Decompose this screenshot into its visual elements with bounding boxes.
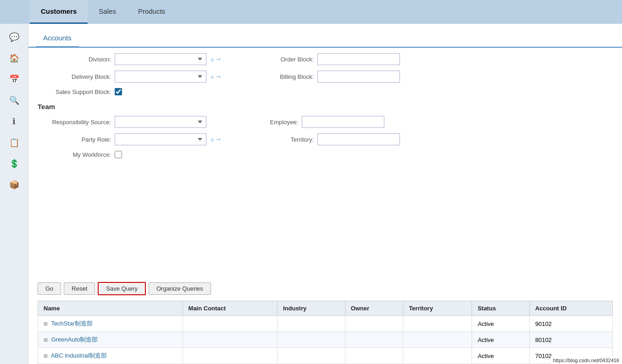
save-query-button[interactable]: Save Query bbox=[98, 282, 146, 295]
dollar-icon[interactable]: 💲 bbox=[6, 155, 23, 172]
cell-territory bbox=[403, 332, 472, 348]
sidebar: 💬 🏠 📅 🔍 ℹ 📋 💲 📦 bbox=[0, 24, 28, 364]
employee-label: Employee: bbox=[225, 119, 298, 126]
go-button[interactable]: Go bbox=[38, 282, 61, 295]
division-label: Division: bbox=[38, 56, 111, 63]
top-navigation: Customers Sales Products bbox=[0, 0, 622, 24]
delivery-block-field: Delivery Block: ⬦→ bbox=[38, 71, 222, 83]
territory-input[interactable] bbox=[317, 133, 400, 145]
row-icon: ⊞ bbox=[44, 353, 48, 358]
cell-main-contact bbox=[183, 348, 277, 364]
status-url: https://blog.csdn.net/0432416 bbox=[553, 358, 619, 363]
territory-label: Territory: bbox=[240, 136, 314, 143]
table-row: ⊞ ABC Industrial制造部 Active 70102 bbox=[38, 348, 613, 364]
delivery-block-select[interactable] bbox=[115, 71, 206, 83]
cell-name[interactable]: ⊞ TechStar制造部 bbox=[38, 316, 183, 332]
chat-icon[interactable]: 💬 bbox=[6, 28, 23, 46]
party-role-nav-icon[interactable]: ⬦→ bbox=[210, 135, 222, 143]
cell-industry bbox=[277, 332, 345, 348]
cell-owner bbox=[345, 348, 403, 364]
tab-accounts[interactable]: Accounts bbox=[36, 29, 79, 48]
col-name: Name bbox=[38, 301, 183, 316]
nav-products[interactable]: Products bbox=[127, 0, 176, 24]
territory-field: Territory: bbox=[240, 133, 400, 145]
cell-territory bbox=[403, 348, 472, 364]
responsibility-source-label: Responsibility Source: bbox=[38, 119, 111, 126]
division-field: Division: ⬦→ bbox=[38, 53, 222, 65]
file-icon[interactable]: 📋 bbox=[6, 134, 23, 151]
table-row: ⊞ GreenAuto制造部 Active 80102 bbox=[38, 332, 613, 348]
sales-support-checkbox[interactable] bbox=[115, 88, 122, 95]
responsibility-source-field: Responsibility Source: bbox=[38, 116, 206, 128]
division-nav-icon[interactable]: ⬦→ bbox=[210, 55, 222, 63]
organize-queries-button[interactable]: Organize Queries bbox=[149, 282, 211, 295]
nav-customers[interactable]: Customers bbox=[30, 0, 88, 24]
account-link[interactable]: ABC Industrial制造部 bbox=[51, 352, 107, 359]
order-block-input[interactable] bbox=[317, 53, 400, 65]
sales-support-row: Sales Support Block: bbox=[38, 88, 613, 95]
cell-industry bbox=[277, 348, 345, 364]
cell-owner bbox=[345, 316, 403, 332]
cell-main-contact bbox=[183, 316, 277, 332]
buttons-area: Go Reset Save Query Organize Queries bbox=[28, 276, 622, 301]
billing-block-label: Billing Block: bbox=[240, 73, 314, 80]
status-bar: https://blog.csdn.net/0432416 bbox=[550, 357, 622, 364]
delivery-block-label: Delivery Block: bbox=[38, 73, 111, 80]
col-territory: Territory bbox=[403, 301, 472, 316]
cell-name[interactable]: ⊞ ABC Industrial制造部 bbox=[38, 348, 183, 364]
cell-industry bbox=[277, 316, 345, 332]
row-icon: ⊞ bbox=[44, 337, 48, 342]
my-workforce-row: My Workforce: bbox=[38, 151, 613, 158]
order-block-field: Order Block: bbox=[240, 53, 400, 65]
delivery-nav-icon[interactable]: ⬦→ bbox=[210, 72, 222, 81]
table-header-row: Name Main Contact Industry Owner Territo… bbox=[38, 301, 613, 316]
cell-account-id: 90102 bbox=[529, 316, 612, 332]
party-role-select[interactable] bbox=[115, 133, 206, 145]
results-table: Name Main Contact Industry Owner Territo… bbox=[38, 301, 613, 364]
party-territory-row: Party Role: ⬦→ Territory: bbox=[38, 133, 613, 145]
row-icon: ⊞ bbox=[44, 321, 48, 326]
home-icon[interactable]: 🏠 bbox=[6, 50, 23, 67]
table-row: ⊞ TechStar制造部 Active 90102 bbox=[38, 316, 613, 332]
main-layout: 💬 🏠 📅 🔍 ℹ 📋 💲 📦 Accounts Division: ⬦→ O bbox=[0, 24, 622, 364]
cell-status: Active bbox=[472, 348, 529, 364]
cell-account-id: 80102 bbox=[529, 332, 612, 348]
col-account-id: Account ID bbox=[529, 301, 612, 316]
team-section-title: Team bbox=[38, 103, 613, 110]
form-section: Division: ⬦→ Order Block: Delivery Block… bbox=[28, 48, 622, 276]
sub-tabs: Accounts bbox=[28, 24, 622, 48]
nav-sales[interactable]: Sales bbox=[88, 0, 127, 24]
my-workforce-checkbox[interactable] bbox=[115, 151, 122, 158]
division-select[interactable] bbox=[115, 53, 206, 65]
col-owner: Owner bbox=[345, 301, 403, 316]
cell-status: Active bbox=[472, 332, 529, 348]
responsibility-employee-row: Responsibility Source: Employee: bbox=[38, 116, 613, 128]
division-order-row: Division: ⬦→ Order Block: bbox=[38, 53, 613, 65]
employee-field: Employee: bbox=[225, 116, 384, 128]
col-industry: Industry bbox=[277, 301, 345, 316]
col-status: Status bbox=[472, 301, 529, 316]
cell-status: Active bbox=[472, 316, 529, 332]
cell-main-contact bbox=[183, 332, 277, 348]
party-role-field: Party Role: ⬦→ bbox=[38, 133, 222, 145]
delivery-billing-row: Delivery Block: ⬦→ Billing Block: bbox=[38, 71, 613, 83]
sales-support-label: Sales Support Block: bbox=[38, 88, 111, 95]
content-area: Accounts Division: ⬦→ Order Block: Deliv bbox=[28, 24, 622, 364]
search-icon[interactable]: 🔍 bbox=[6, 92, 23, 109]
billing-block-field: Billing Block: bbox=[240, 71, 400, 83]
employee-input[interactable] bbox=[302, 116, 384, 128]
cell-name[interactable]: ⊞ GreenAuto制造部 bbox=[38, 332, 183, 348]
billing-block-input[interactable] bbox=[317, 71, 400, 83]
cell-territory bbox=[403, 316, 472, 332]
alert-icon[interactable]: ℹ bbox=[6, 113, 23, 130]
reset-button[interactable]: Reset bbox=[64, 282, 95, 295]
account-link[interactable]: GreenAuto制造部 bbox=[51, 336, 98, 343]
account-link[interactable]: TechStar制造部 bbox=[51, 320, 92, 327]
cell-owner bbox=[345, 332, 403, 348]
box-icon[interactable]: 📦 bbox=[6, 176, 23, 193]
party-role-label: Party Role: bbox=[38, 136, 111, 143]
order-block-label: Order Block: bbox=[240, 56, 314, 63]
responsibility-source-select[interactable] bbox=[115, 116, 206, 128]
calendar-icon[interactable]: 📅 bbox=[6, 71, 23, 88]
col-main-contact: Main Contact bbox=[183, 301, 277, 316]
